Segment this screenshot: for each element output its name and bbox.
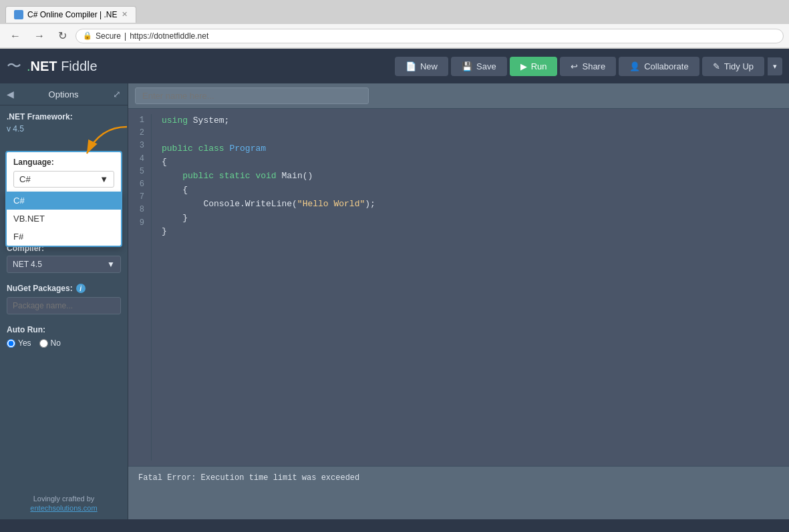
- tab-favicon: [14, 10, 23, 19]
- editor-name-bar: [128, 83, 789, 109]
- address-bar[interactable]: 🔒 Secure | https://dotnetfiddle.net: [75, 29, 784, 43]
- logo-fiddle-text: Fiddle: [61, 59, 97, 73]
- share-label: Share: [582, 61, 605, 71]
- output-area: Fatal Error: Execution time limit was ex…: [128, 466, 789, 519]
- autorun-no-radio[interactable]: [39, 339, 48, 348]
- autorun-no-label: No: [51, 338, 61, 348]
- language-dropdown: C# VB.NET F#: [5, 192, 122, 247]
- editor-area: 1 2 3 4 5 6 7 8 9 using System; public c…: [128, 83, 789, 519]
- language-section: Language: C# ▼ C# VB.NET F#: [5, 151, 122, 194]
- save-icon: 💾: [462, 61, 472, 71]
- sidebar-expand-button[interactable]: ⤢: [113, 89, 121, 99]
- nuget-info-icon[interactable]: i: [76, 284, 86, 293]
- app-header: 〜 .NET Fiddle 📄 New 💾 Save ▶ Run ↩ Share…: [0, 49, 789, 83]
- autorun-radio-group: Yes No: [7, 338, 121, 348]
- run-icon: ▶: [520, 61, 527, 71]
- main-layout: ◀ Options ⤢ .NET Framework: v 4.5 Langua…: [0, 83, 789, 519]
- language-label: Language:: [13, 158, 114, 167]
- collaborate-button[interactable]: 👤 Collaborate: [619, 57, 699, 76]
- collaborate-icon: 👤: [629, 61, 640, 71]
- logo-wave-icon: 〜: [7, 56, 21, 76]
- status-bar: [0, 519, 789, 532]
- address-url: https://dotnetfiddle.net: [130, 31, 208, 41]
- language-option-vbnet[interactable]: VB.NET: [7, 210, 121, 228]
- run-label: Run: [531, 61, 547, 71]
- secure-label: Secure: [96, 31, 121, 41]
- refresh-button[interactable]: ↻: [53, 27, 71, 44]
- language-option-csharp[interactable]: C#: [7, 192, 121, 210]
- compiler-value: NET 4.5: [13, 260, 42, 269]
- tidy-up-icon: ✎: [713, 61, 720, 71]
- address-separator: |: [124, 31, 126, 41]
- nuget-section: NuGet Packages: i: [0, 278, 128, 320]
- sidebar-title: Options: [49, 89, 79, 99]
- sidebar-collapse-button[interactable]: ◀: [7, 89, 14, 99]
- tab-bar: C# Online Compiler | .NE ✕: [0, 0, 789, 24]
- new-button[interactable]: 📄 New: [395, 57, 448, 76]
- language-dropdown-arrow: ▼: [100, 174, 108, 184]
- editor-name-input[interactable]: [135, 87, 369, 104]
- share-button[interactable]: ↩ Share: [560, 57, 616, 76]
- autorun-yes-option[interactable]: Yes: [7, 338, 31, 348]
- nav-bar: ← → ↻ 🔒 Secure | https://dotnetfiddle.ne…: [0, 24, 789, 48]
- nuget-label: NuGet Packages: i: [7, 284, 121, 293]
- framework-section: .NET Framework: v 4.5: [0, 105, 128, 147]
- autorun-no-option[interactable]: No: [39, 338, 61, 348]
- framework-value: v 4.5: [7, 124, 121, 134]
- compiler-select[interactable]: NET 4.5 ▼: [7, 256, 121, 273]
- app-logo: 〜 .NET Fiddle: [7, 56, 98, 76]
- new-icon: 📄: [406, 61, 416, 71]
- language-select[interactable]: C# ▼: [13, 171, 114, 188]
- tidy-up-label: Tidy Up: [724, 61, 754, 71]
- autorun-section: Auto Run: Yes No: [0, 320, 128, 353]
- autorun-yes-radio[interactable]: [7, 339, 15, 348]
- sidebar-header: ◀ Options ⤢: [0, 83, 128, 105]
- save-button[interactable]: 💾 Save: [451, 57, 507, 76]
- new-label: New: [420, 61, 438, 71]
- footer-crafted-text: Lovingly crafted by: [7, 495, 121, 503]
- tab-title: C# Online Compiler | .NE: [27, 10, 118, 19]
- secure-icon: 🔒: [83, 31, 92, 40]
- autorun-label: Auto Run:: [7, 325, 121, 334]
- browser-chrome: C# Online Compiler | .NE ✕ ← → ↻ 🔒 Secur…: [0, 0, 789, 49]
- tidy-up-dropdown-button[interactable]: ▾: [767, 57, 782, 75]
- tab-close-button[interactable]: ✕: [122, 10, 128, 19]
- compiler-dropdown-arrow: ▼: [107, 260, 115, 269]
- nuget-input[interactable]: [7, 297, 121, 314]
- footer-link[interactable]: entechsolutions.com: [30, 504, 97, 512]
- back-button[interactable]: ←: [5, 28, 25, 44]
- line-numbers: 1 2 3 4 5 6 7 8 9: [128, 114, 152, 461]
- sidebar-footer: Lovingly crafted by entechsolutions.com: [0, 488, 128, 519]
- framework-label: .NET Framework:: [7, 112, 121, 121]
- sidebar: ◀ Options ⤢ .NET Framework: v 4.5 Langua…: [0, 83, 128, 519]
- tidy-up-button[interactable]: ✎ Tidy Up: [702, 57, 764, 76]
- logo-text: .NET Fiddle: [27, 59, 98, 74]
- language-option-fsharp[interactable]: F#: [7, 228, 121, 246]
- forward-button[interactable]: →: [29, 28, 49, 44]
- code-content: using System; public class Program { pub…: [152, 114, 385, 461]
- browser-tab[interactable]: C# Online Compiler | .NE ✕: [5, 6, 136, 23]
- code-editor[interactable]: 1 2 3 4 5 6 7 8 9 using System; public c…: [128, 109, 789, 466]
- save-label: Save: [476, 61, 496, 71]
- collaborate-label: Collaborate: [644, 61, 689, 71]
- run-button[interactable]: ▶ Run: [510, 57, 558, 76]
- toolbar: 📄 New 💾 Save ▶ Run ↩ Share 👤 Collaborate…: [395, 57, 782, 76]
- autorun-yes-label: Yes: [18, 338, 31, 348]
- language-selected-value: C#: [19, 174, 31, 184]
- logo-net: NET: [31, 59, 57, 73]
- error-message: Fatal Error: Execution time limit was ex…: [138, 473, 359, 483]
- share-icon: ↩: [571, 61, 578, 71]
- nuget-label-text: NuGet Packages:: [7, 284, 73, 293]
